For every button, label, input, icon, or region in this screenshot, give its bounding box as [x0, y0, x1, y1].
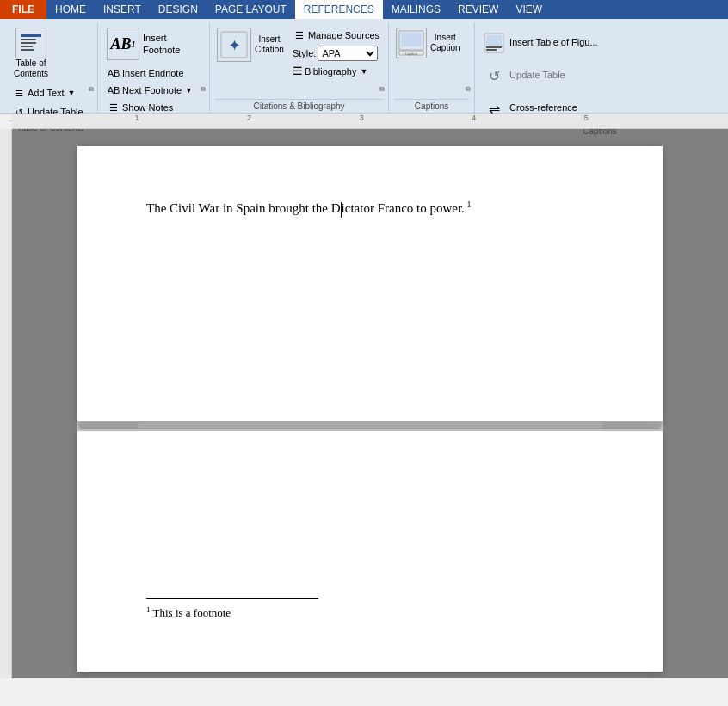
svg-rect-14 — [486, 49, 497, 51]
next-footnote-button[interactable]: AB Next Footnote ▼ — [103, 83, 196, 98]
toc-icon — [15, 28, 46, 58]
insert-caption-icon: Caption — [396, 28, 427, 58]
menu-design[interactable]: DESIGN — [150, 0, 207, 19]
page-2: 1 This is a footnote — [77, 431, 663, 672]
ribbon: Table of Contents ☰ Add Text ▼ ↺ Update … — [0, 19, 728, 114]
document-scroll[interactable]: The Civil War in Spain brought the Dicta… — [12, 129, 728, 678]
svg-rect-2 — [21, 42, 36, 44]
cite-buttons: ✦ InsertCitation ☰ Manage Sources Style:… — [215, 24, 383, 99]
cite-group-label: Citations & Bibliography — [215, 99, 383, 113]
page-text-2: ictator Franco to power. — [342, 201, 465, 215]
toc-expand-icon[interactable]: ⧉ — [89, 85, 94, 94]
add-text-icon: ☰ — [12, 86, 26, 100]
insert-footnote-icon: AB1 — [107, 28, 139, 60]
page-1: The Civil War in Spain brought the Dicta… — [77, 146, 663, 421]
ribbon-group-itof: Insert Table of Figu... ↺ Update Table ⇌… — [475, 22, 725, 113]
add-text-button[interactable]: ☰ Add Text ▼ — [9, 84, 79, 101]
scroll-thumb[interactable] — [138, 422, 603, 429]
svg-rect-8 — [401, 33, 422, 46]
manage-sources-button[interactable]: ☰ Manage Sources — [289, 28, 383, 43]
footnote-text-content: This is a footnote — [153, 606, 231, 619]
ribbon-group-citations: ✦ InsertCitation ☰ Manage Sources Style:… — [210, 22, 389, 113]
itof-label: Insert Table of Figu... — [509, 37, 598, 48]
ruler-mark-1: 1 — [135, 114, 139, 122]
insert-citation-label: InsertCitation — [255, 34, 284, 55]
menu-page-layout[interactable]: PAGE LAYOUT — [207, 0, 295, 19]
insert-table-of-figures-button[interactable]: Insert Table of Figu... — [480, 28, 600, 58]
bibliography-dropdown: ▼ — [360, 67, 367, 76]
style-select[interactable]: APA MLA Chicago — [318, 46, 378, 61]
svg-text:Caption: Caption — [405, 52, 417, 56]
svg-rect-1 — [21, 39, 36, 40]
insert-footnote-button[interactable]: AB1 InsertFootnote — [103, 24, 183, 64]
top-ruler: 1 2 3 4 5 — [12, 114, 728, 129]
menu-review[interactable]: REVIEW — [449, 0, 507, 19]
next-footnote-dropdown: ▼ — [185, 86, 193, 95]
add-text-label: Add Text — [28, 88, 65, 98]
menu-insert[interactable]: INSERT — [95, 0, 150, 19]
table-of-contents-button[interactable]: Table of Contents — [9, 24, 53, 83]
ruler-mark-5: 5 — [584, 114, 589, 122]
ribbon-group-toc: Table of Contents ☰ Add Text ▼ ↺ Update … — [3, 22, 98, 113]
bibliography-button[interactable]: ☰ Bibliography ▼ — [289, 64, 383, 78]
page-text: The Civil War in Spain brought the D — [146, 201, 341, 215]
style-label: Style: — [293, 48, 317, 58]
menu-view[interactable]: VIEW — [507, 0, 551, 19]
insert-endnote-label: Insert Endnote — [122, 68, 184, 78]
cap-group-label: Captions — [394, 99, 469, 113]
menu-references[interactable]: REFERENCES — [295, 0, 383, 19]
insert-tof-icon — [482, 31, 506, 55]
page-1-content[interactable]: The Civil War in Spain brought the Dicta… — [146, 198, 594, 218]
fn-expand-icon[interactable]: ⧉ — [201, 85, 206, 94]
show-notes-label: Show Notes — [122, 102, 173, 113]
footnote-separator — [146, 598, 318, 599]
svg-rect-13 — [486, 46, 502, 48]
cap-buttons: Caption InsertCaption — [394, 24, 461, 99]
itof-buttons: Insert Table of Figu... ↺ Update Table ⇌… — [480, 28, 600, 124]
bibliography-icon: ☰ — [293, 64, 303, 77]
file-menu-button[interactable]: FILE — [0, 0, 46, 19]
toc-label: Table of Contents — [14, 58, 48, 79]
ruler-mark-4: 4 — [472, 114, 476, 122]
svg-text:✦: ✦ — [228, 37, 241, 54]
menu-mailings[interactable]: MAILINGS — [383, 0, 449, 19]
insert-endnote-button[interactable]: AB Insert Endnote — [103, 65, 188, 81]
scroll-track — [79, 422, 661, 429]
update-table-cap-button[interactable]: ↺ Update Table — [480, 60, 567, 91]
document-area: The Civil War in Spain brought the Dicta… — [0, 129, 728, 678]
manage-sources-icon: ☰ — [293, 28, 306, 42]
ribbon-group-footnotes: AB1 InsertFootnote AB Insert Endnote AB … — [98, 22, 210, 113]
footnote-area: 1 This is a footnote — [146, 598, 594, 620]
footnote-1: 1 This is a footnote — [146, 605, 594, 620]
ruler-mark-3: 3 — [360, 114, 364, 122]
svg-rect-3 — [21, 46, 33, 47]
footnote-ref-1: 1 — [465, 200, 472, 209]
cite-expand-icon[interactable]: ⧉ — [379, 85, 385, 94]
update-table-cap-icon: ↺ — [482, 64, 506, 88]
bibliography-label: Bibliography — [305, 66, 357, 77]
ruler-mark-2: 2 — [247, 114, 251, 122]
insert-citation-icon: ✦ — [217, 28, 251, 62]
menu-home[interactable]: HOME — [46, 0, 95, 19]
insert-caption-label: InsertCaption — [430, 33, 460, 53]
svg-rect-0 — [21, 34, 41, 37]
cap-expand-icon[interactable]: ⧉ — [466, 85, 471, 94]
style-row: Style: APA MLA Chicago — [289, 45, 383, 62]
toc-buttons: Table of Contents ☰ Add Text ▼ ↺ Update … — [9, 24, 87, 120]
add-text-dropdown-icon: ▼ — [68, 89, 76, 97]
update-table-cap-label: Update Table — [509, 70, 565, 81]
ribbon-group-captions: Caption InsertCaption Captions ⧉ — [389, 22, 475, 113]
insert-footnote-label: InsertFootnote — [143, 32, 180, 57]
next-footnote-label: Next Footnote — [122, 85, 182, 95]
manage-sources-label: Manage Sources — [308, 30, 379, 40]
horizontal-scrollbar[interactable] — [77, 421, 663, 429]
menu-bar: FILE HOME INSERT DESIGN PAGE LAYOUT REFE… — [0, 0, 728, 19]
cross-ref-label: Cross-reference — [509, 102, 577, 114]
svg-rect-12 — [486, 35, 502, 46]
footnote-number: 1 — [146, 605, 151, 614]
left-ruler — [0, 129, 12, 678]
insert-citation-button[interactable]: ✦ InsertCitation — [215, 24, 286, 65]
insert-caption-button[interactable]: Caption InsertCaption — [394, 24, 461, 62]
next-footnote-icon: AB — [107, 83, 120, 97]
fn-buttons: AB1 InsertFootnote AB Insert Endnote AB … — [103, 24, 196, 115]
